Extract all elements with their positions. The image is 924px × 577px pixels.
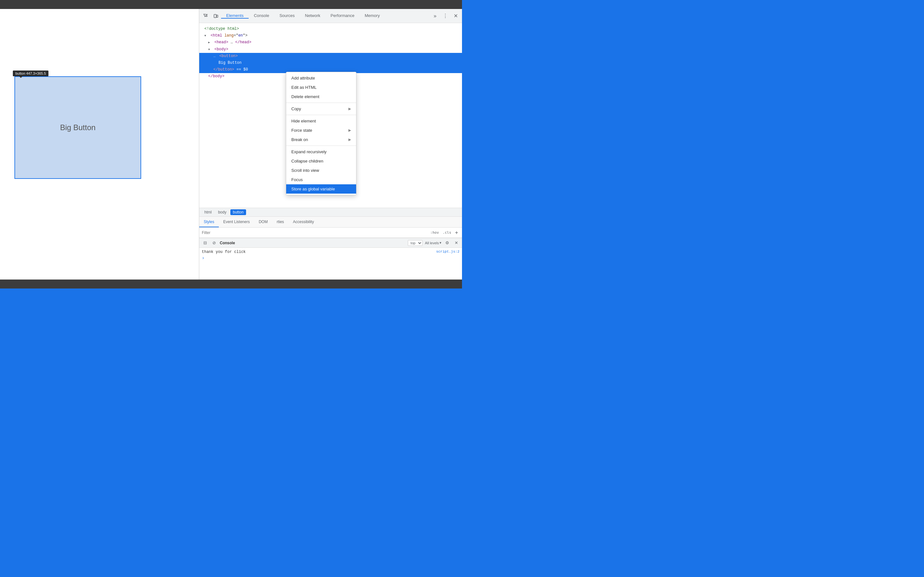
breadcrumb-body[interactable]: body	[216, 210, 229, 215]
devtools-panel: Elements Console Sources Network Perform…	[199, 9, 462, 279]
context-menu-separator-3	[286, 145, 356, 146]
context-menu-force-state[interactable]: Force state ▶	[286, 126, 356, 135]
context-menu-add-attribute[interactable]: Add attribute	[286, 73, 356, 83]
dom-button-open[interactable]: … <button>	[199, 53, 462, 60]
dom-button-text[interactable]: Big Button	[199, 60, 462, 66]
sub-tabs: Styles Event Listeners DOM rties Accessi…	[199, 217, 462, 227]
big-button-area[interactable]: Big Button	[15, 76, 141, 179]
device-toolbar-icon[interactable]	[211, 11, 221, 21]
context-menu-break-on[interactable]: Break on ▶	[286, 135, 356, 144]
console-toolbar: ⊟ ⊘ Console top All levels ▾ ⚙ ✕	[199, 238, 462, 248]
svg-rect-4	[216, 15, 218, 17]
console-levels-button[interactable]: All levels ▾	[425, 241, 441, 245]
console-prompt-line: ›	[202, 255, 459, 261]
filter-icons: :hov .cls +	[429, 229, 459, 236]
button-tooltip: button 447.3×365.5	[13, 71, 48, 76]
sub-tab-dom[interactable]: DOM	[254, 217, 272, 227]
inspect-element-icon[interactable]	[200, 11, 211, 21]
dom-head[interactable]: <head> … </head>	[199, 39, 462, 46]
cls-button[interactable]: .cls	[441, 230, 453, 235]
console-source[interactable]: script.js:2	[436, 250, 459, 253]
context-menu-separator-1	[286, 103, 356, 103]
break-on-submenu-arrow: ▶	[349, 137, 351, 142]
more-tabs-button[interactable]: »	[430, 11, 440, 21]
context-menu-store-as-global[interactable]: Store as global variable	[286, 184, 356, 193]
sub-tab-accessibility[interactable]: Accessibility	[288, 217, 318, 227]
context-menu-separator-2	[286, 115, 356, 115]
breadcrumb-button[interactable]: button	[230, 210, 246, 215]
svg-rect-3	[214, 15, 216, 18]
context-menu-delete-element[interactable]: Delete element	[286, 92, 356, 101]
context-menu-hide-element[interactable]: Hide element	[286, 116, 356, 126]
toolbar-right: » ⋮ ✕	[430, 11, 461, 21]
context-menu-collapse-children[interactable]: Collapse children	[286, 156, 356, 166]
context-menu: Add attribute Edit as HTML Delete elemen…	[286, 72, 357, 195]
tab-console[interactable]: Console	[249, 13, 274, 19]
console-log-text: thank you for click	[202, 250, 246, 254]
context-menu-edit-as-html[interactable]: Edit as HTML	[286, 83, 356, 92]
devtools-toolbar: Elements Console Sources Network Perform…	[199, 9, 462, 23]
hov-button[interactable]: :hov	[429, 230, 440, 235]
browser-top-bar	[0, 0, 462, 9]
tab-sources[interactable]: Sources	[274, 13, 300, 19]
tab-memory[interactable]: Memory	[360, 13, 385, 19]
console-prompt-icon: ›	[202, 255, 204, 261]
console-area: ⊟ ⊘ Console top All levels ▾ ⚙ ✕ thank y…	[199, 238, 462, 279]
devtools-tabs: Elements Console Sources Network Perform…	[221, 13, 430, 19]
copy-submenu-arrow: ▶	[349, 107, 351, 111]
context-menu-expand-recursively[interactable]: Expand recursively	[286, 147, 356, 156]
add-style-button[interactable]: +	[454, 229, 459, 236]
tab-performance[interactable]: Performance	[325, 13, 359, 19]
console-clear-icon[interactable]: ⊘	[211, 240, 217, 246]
tab-elements[interactable]: Elements	[221, 13, 249, 19]
console-settings-icon[interactable]: ⚙	[444, 240, 451, 246]
sub-tab-event-listeners[interactable]: Event Listeners	[219, 217, 254, 227]
context-menu-focus[interactable]: Focus	[286, 175, 356, 184]
dom-body-open[interactable]: <body>	[199, 46, 462, 53]
big-button-label: Big Button	[60, 123, 95, 132]
context-menu-copy[interactable]: Copy ▶	[286, 104, 356, 113]
dom-html[interactable]: <html lang="en">	[199, 32, 462, 39]
filter-bar: :hov .cls +	[199, 227, 462, 238]
filter-input[interactable]	[202, 230, 429, 235]
tab-network[interactable]: Network	[300, 13, 326, 19]
breadcrumb-html[interactable]: html	[202, 210, 214, 215]
console-context-select[interactable]: top	[408, 240, 423, 246]
tooltip-text: button 447.3×365.5	[15, 71, 46, 75]
console-label: Console	[220, 241, 235, 245]
force-state-submenu-arrow: ▶	[349, 128, 351, 132]
console-expand-icon[interactable]: ⊟	[202, 240, 208, 246]
sub-tab-styles[interactable]: Styles	[199, 217, 219, 227]
browser-shell: button 447.3×365.5 Big Button	[0, 0, 462, 288]
console-log-line: thank you for click script.js:2	[202, 249, 459, 255]
sub-tab-properties[interactable]: rties	[272, 217, 288, 227]
console-content: thank you for click script.js:2 ›	[199, 248, 462, 279]
breadcrumb-bar: html body button	[199, 208, 462, 217]
browser-bottom-bar	[0, 279, 462, 288]
context-menu-scroll-into-view[interactable]: Scroll into view	[286, 166, 356, 175]
dom-doctype[interactable]: <!doctype html>	[199, 26, 462, 32]
console-close-button[interactable]: ✕	[453, 240, 459, 246]
close-devtools-button[interactable]: ✕	[451, 11, 461, 21]
customize-devtools-button[interactable]: ⋮	[440, 11, 451, 21]
